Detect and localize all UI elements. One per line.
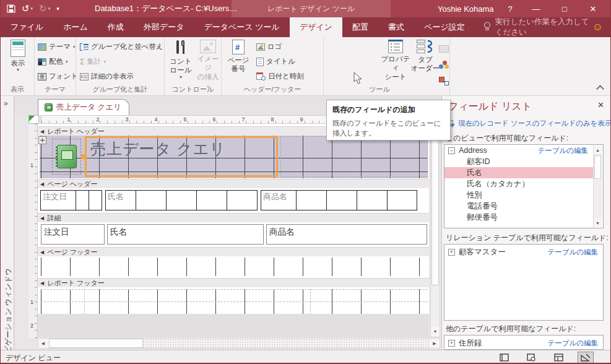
tab-page-setup[interactable]: ページ設定 (414, 17, 475, 37)
navigation-pane-collapsed[interactable]: » ナビゲーション ウィンドウ (1, 96, 14, 350)
header-cell[interactable] (326, 190, 357, 210)
report-view-button[interactable] (496, 352, 512, 363)
textbox-product[interactable]: 商品名 (266, 224, 427, 245)
tab-create[interactable]: 作成 (98, 17, 134, 37)
tab-order-button[interactable]: タブ オーダー (410, 40, 440, 73)
header-cell[interactable] (227, 190, 258, 210)
themes-button[interactable]: テーマ▾ (38, 40, 76, 53)
view-button[interactable]: 表示 ▼ (6, 40, 30, 73)
header-cell[interactable] (387, 190, 417, 210)
band-detail[interactable]: ◀ 詳細 (38, 213, 429, 222)
textbox-name[interactable]: 氏名 (107, 224, 264, 245)
scroll-right-icon[interactable]: ▶ (430, 339, 440, 348)
horizontal-scrollbar[interactable]: ◀ ▶ (38, 338, 440, 349)
edit-table-link[interactable]: テーブルの編集 (547, 248, 598, 257)
expand-icon[interactable]: + (448, 340, 455, 347)
section-page-footer[interactable] (41, 258, 428, 276)
field-list-scrollbar[interactable]: ▲ ▼ (593, 145, 602, 227)
tab-database-tools[interactable]: データベース ツール (194, 17, 289, 37)
theme-colors-button[interactable]: 配色▾ (38, 55, 68, 68)
redo-button[interactable]: ↻▾ (39, 3, 50, 14)
header-cell[interactable] (357, 190, 388, 210)
design-view-button[interactable] (578, 352, 594, 363)
collapse-icon[interactable]: − (448, 147, 455, 154)
header-cell[interactable] (76, 190, 89, 210)
minimize-button[interactable]: — (526, 0, 547, 17)
vertical-scrollbar[interactable]: ▲ ▼ (430, 124, 440, 337)
header-cell-name[interactable]: 氏名 (105, 190, 136, 210)
tab-file[interactable]: ファイル (1, 17, 53, 37)
customize-qat-button[interactable]: ▾ (56, 6, 59, 12)
edit-table-link[interactable]: テーブルの編集 (547, 339, 598, 348)
section-report-footer[interactable] (41, 289, 428, 314)
field-item[interactable]: 顧客ID (444, 156, 603, 167)
totals-button[interactable]: Σ 集計▾ (80, 55, 106, 68)
table-row-other[interactable]: + 住所録 テーブルの編集 (444, 337, 603, 349)
textbox-order-date[interactable]: 注文日 (41, 224, 105, 245)
close-pane-icon[interactable]: ✕ (597, 100, 604, 110)
field-item-selected[interactable]: 氏名 (444, 167, 593, 178)
undo-button[interactable]: ↺▾ (22, 3, 33, 14)
table-row-related[interactable]: + 顧客マスター テーブルの編集 (444, 246, 603, 258)
expand-nav-pane-icon[interactable]: » (4, 99, 8, 108)
view-code-button[interactable] (439, 58, 449, 71)
field-item[interactable]: 郵便番号 (444, 212, 603, 223)
tab-arrange[interactable]: 配置 (342, 17, 378, 37)
edit-table-link[interactable]: テーブルの編集 (537, 146, 588, 155)
tab-format[interactable]: 書式 (378, 17, 414, 37)
tell-me-box[interactable]: 実行したい作業を入力してください (483, 17, 592, 37)
header-cell-order-date[interactable]: 注文日 (40, 190, 76, 210)
header-cell[interactable] (196, 190, 227, 210)
scrollbar-thumb[interactable] (431, 135, 439, 285)
header-cell[interactable] (136, 190, 167, 210)
field-item[interactable]: 性別 (444, 189, 603, 201)
controls-button[interactable]: コントロール ▼ (167, 40, 195, 80)
report-selector[interactable] (28, 115, 39, 124)
feedback-smiley-icon[interactable]: ☺ (592, 17, 603, 37)
object-tab-report[interactable]: 売上データ クエリ (38, 99, 129, 115)
page-number-button[interactable]: # ページ 番号 (225, 40, 251, 74)
layout-view-button[interactable] (550, 352, 566, 363)
band-page-header[interactable]: ◀ ページ ヘッダー (38, 179, 429, 188)
scroll-down-icon[interactable]: ▼ (431, 327, 440, 336)
band-report-footer[interactable]: ◀ レポート フッター (38, 278, 429, 287)
convert-macros-button[interactable] (439, 74, 449, 87)
account-name[interactable]: Yoshie Kohama (438, 0, 494, 17)
expand-icon[interactable]: + (448, 249, 455, 256)
title-button[interactable]: タイトル (256, 55, 295, 68)
insert-image-button[interactable]: イメージ の挿入 ▾ (196, 40, 220, 90)
scroll-down-icon[interactable]: ▼ (594, 219, 602, 227)
property-sheet-button[interactable]: プロパティ シート (381, 40, 410, 81)
field-item[interactable]: 氏名（カタカナ） (444, 178, 603, 189)
collapse-ribbon-icon[interactable] (596, 85, 604, 93)
hide-details-button[interactable]: i 詳細の非表示 (80, 70, 134, 83)
maximize-button[interactable]: □ (554, 0, 575, 17)
save-icon[interactable] (7, 4, 15, 13)
field-item[interactable]: 電話番号 (444, 201, 603, 212)
selection-handle[interactable] (81, 154, 86, 159)
logo-button[interactable]: ロゴ (256, 40, 282, 53)
move-handle[interactable] (38, 136, 46, 144)
close-button[interactable]: ✕ (583, 0, 604, 17)
header-cell-product[interactable]: 商品名 (261, 190, 297, 210)
scroll-up-icon[interactable]: ▲ (594, 145, 602, 154)
header-cell[interactable] (166, 190, 197, 210)
print-preview-button[interactable] (523, 352, 539, 363)
subreport-new-window-button[interactable] (439, 42, 449, 55)
show-only-current-source[interactable]: 現在のレコード ソースのフィールドのみを表示する (447, 119, 611, 128)
date-time-button[interactable]: 日付と時刻 (256, 70, 304, 83)
tab-external-data[interactable]: 外部データ (134, 17, 194, 37)
tab-home[interactable]: ホーム (53, 17, 98, 37)
vertical-ruler[interactable]: 1 1 2 (28, 124, 38, 338)
scrollbar-thumb[interactable] (594, 155, 601, 179)
table-row-address[interactable]: − Address テーブルの編集 (444, 145, 603, 156)
help-button[interactable]: ? (500, 0, 521, 17)
header-cell[interactable] (296, 190, 327, 210)
scrollbar-thumb[interactable] (49, 339, 143, 348)
group-and-sort-button[interactable]: グループ化と並べ替え (80, 40, 163, 53)
scroll-left-icon[interactable]: ◀ (38, 339, 48, 348)
logo-image-control[interactable] (52, 139, 81, 175)
tab-design[interactable]: デザイン (290, 17, 342, 37)
header-cell[interactable] (89, 190, 102, 210)
layout-cells-group[interactable] (280, 136, 428, 177)
